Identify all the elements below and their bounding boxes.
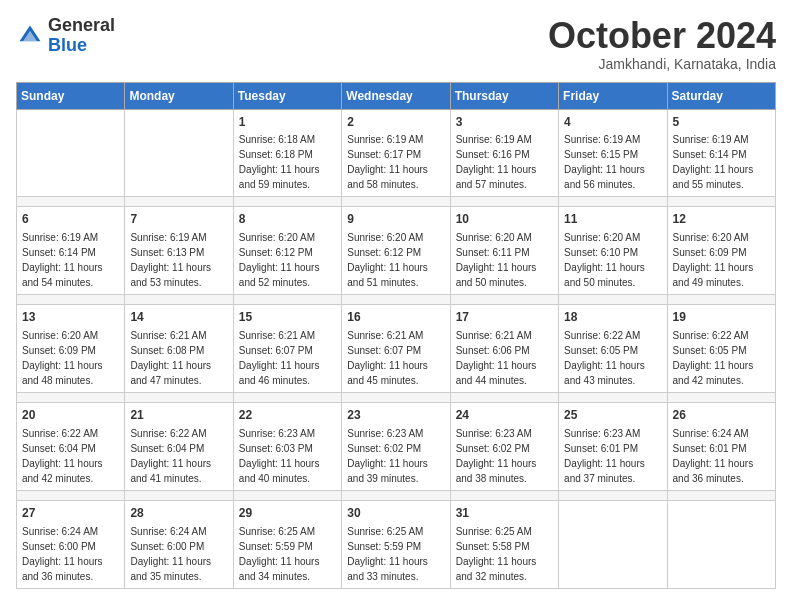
day-info: Sunrise: 6:25 AMSunset: 5:58 PMDaylight:… [456, 526, 537, 582]
day-info: Sunrise: 6:20 AMSunset: 6:10 PMDaylight:… [564, 232, 645, 288]
day-info: Sunrise: 6:20 AMSunset: 6:09 PMDaylight:… [22, 330, 103, 386]
week-row-3: 13Sunrise: 6:20 AMSunset: 6:09 PMDayligh… [17, 305, 776, 393]
calendar-cell: 26Sunrise: 6:24 AMSunset: 6:01 PMDayligh… [667, 402, 775, 490]
day-info: Sunrise: 6:21 AMSunset: 6:08 PMDaylight:… [130, 330, 211, 386]
weekday-header-sunday: Sunday [17, 82, 125, 109]
day-number: 14 [130, 309, 227, 326]
page-header: General Blue October 2024 Jamkhandi, Kar… [16, 16, 776, 72]
calendar-cell: 14Sunrise: 6:21 AMSunset: 6:08 PMDayligh… [125, 305, 233, 393]
weekday-header-wednesday: Wednesday [342, 82, 450, 109]
calendar-cell [667, 500, 775, 588]
week-row-5: 27Sunrise: 6:24 AMSunset: 6:00 PMDayligh… [17, 500, 776, 588]
day-number: 30 [347, 505, 444, 522]
day-info: Sunrise: 6:24 AMSunset: 6:01 PMDaylight:… [673, 428, 754, 484]
weekday-header-saturday: Saturday [667, 82, 775, 109]
calendar-cell: 18Sunrise: 6:22 AMSunset: 6:05 PMDayligh… [559, 305, 667, 393]
logo-general: General [48, 15, 115, 35]
day-info: Sunrise: 6:23 AMSunset: 6:02 PMDaylight:… [456, 428, 537, 484]
calendar-cell: 8Sunrise: 6:20 AMSunset: 6:12 PMDaylight… [233, 207, 341, 295]
day-number: 27 [22, 505, 119, 522]
location: Jamkhandi, Karnataka, India [548, 56, 776, 72]
day-number: 29 [239, 505, 336, 522]
day-info: Sunrise: 6:23 AMSunset: 6:01 PMDaylight:… [564, 428, 645, 484]
week-row-4: 20Sunrise: 6:22 AMSunset: 6:04 PMDayligh… [17, 402, 776, 490]
calendar-cell: 21Sunrise: 6:22 AMSunset: 6:04 PMDayligh… [125, 402, 233, 490]
day-number: 8 [239, 211, 336, 228]
day-number: 9 [347, 211, 444, 228]
week-row-1: 1Sunrise: 6:18 AMSunset: 6:18 PMDaylight… [17, 109, 776, 197]
day-info: Sunrise: 6:19 AMSunset: 6:16 PMDaylight:… [456, 134, 537, 190]
calendar-cell: 15Sunrise: 6:21 AMSunset: 6:07 PMDayligh… [233, 305, 341, 393]
calendar-cell: 28Sunrise: 6:24 AMSunset: 6:00 PMDayligh… [125, 500, 233, 588]
calendar-cell: 19Sunrise: 6:22 AMSunset: 6:05 PMDayligh… [667, 305, 775, 393]
title-block: October 2024 Jamkhandi, Karnataka, India [548, 16, 776, 72]
calendar-cell: 3Sunrise: 6:19 AMSunset: 6:16 PMDaylight… [450, 109, 558, 197]
separator-row [17, 197, 776, 207]
day-info: Sunrise: 6:19 AMSunset: 6:14 PMDaylight:… [22, 232, 103, 288]
day-number: 7 [130, 211, 227, 228]
calendar-cell: 20Sunrise: 6:22 AMSunset: 6:04 PMDayligh… [17, 402, 125, 490]
calendar-cell: 9Sunrise: 6:20 AMSunset: 6:12 PMDaylight… [342, 207, 450, 295]
day-info: Sunrise: 6:20 AMSunset: 6:11 PMDaylight:… [456, 232, 537, 288]
calendar-cell: 2Sunrise: 6:19 AMSunset: 6:17 PMDaylight… [342, 109, 450, 197]
day-info: Sunrise: 6:22 AMSunset: 6:05 PMDaylight:… [673, 330, 754, 386]
day-info: Sunrise: 6:22 AMSunset: 6:04 PMDaylight:… [22, 428, 103, 484]
weekday-header-row: SundayMondayTuesdayWednesdayThursdayFrid… [17, 82, 776, 109]
day-number: 15 [239, 309, 336, 326]
calendar-cell: 23Sunrise: 6:23 AMSunset: 6:02 PMDayligh… [342, 402, 450, 490]
calendar-cell: 13Sunrise: 6:20 AMSunset: 6:09 PMDayligh… [17, 305, 125, 393]
day-number: 23 [347, 407, 444, 424]
day-number: 24 [456, 407, 553, 424]
day-info: Sunrise: 6:23 AMSunset: 6:03 PMDaylight:… [239, 428, 320, 484]
calendar-table: SundayMondayTuesdayWednesdayThursdayFrid… [16, 82, 776, 589]
day-number: 25 [564, 407, 661, 424]
day-number: 20 [22, 407, 119, 424]
day-info: Sunrise: 6:23 AMSunset: 6:02 PMDaylight:… [347, 428, 428, 484]
day-number: 13 [22, 309, 119, 326]
day-number: 18 [564, 309, 661, 326]
day-number: 11 [564, 211, 661, 228]
calendar-cell: 31Sunrise: 6:25 AMSunset: 5:58 PMDayligh… [450, 500, 558, 588]
day-number: 5 [673, 114, 770, 131]
calendar-cell [17, 109, 125, 197]
day-number: 12 [673, 211, 770, 228]
month-title: October 2024 [548, 16, 776, 56]
calendar-cell: 29Sunrise: 6:25 AMSunset: 5:59 PMDayligh… [233, 500, 341, 588]
weekday-header-friday: Friday [559, 82, 667, 109]
day-number: 22 [239, 407, 336, 424]
calendar-cell: 1Sunrise: 6:18 AMSunset: 6:18 PMDaylight… [233, 109, 341, 197]
weekday-header-tuesday: Tuesday [233, 82, 341, 109]
day-number: 4 [564, 114, 661, 131]
day-number: 31 [456, 505, 553, 522]
calendar-cell: 24Sunrise: 6:23 AMSunset: 6:02 PMDayligh… [450, 402, 558, 490]
day-info: Sunrise: 6:25 AMSunset: 5:59 PMDaylight:… [239, 526, 320, 582]
calendar-cell: 10Sunrise: 6:20 AMSunset: 6:11 PMDayligh… [450, 207, 558, 295]
day-info: Sunrise: 6:22 AMSunset: 6:04 PMDaylight:… [130, 428, 211, 484]
day-info: Sunrise: 6:20 AMSunset: 6:12 PMDaylight:… [239, 232, 320, 288]
calendar-cell: 16Sunrise: 6:21 AMSunset: 6:07 PMDayligh… [342, 305, 450, 393]
calendar-cell: 17Sunrise: 6:21 AMSunset: 6:06 PMDayligh… [450, 305, 558, 393]
separator-row [17, 295, 776, 305]
day-info: Sunrise: 6:21 AMSunset: 6:06 PMDaylight:… [456, 330, 537, 386]
week-row-2: 6Sunrise: 6:19 AMSunset: 6:14 PMDaylight… [17, 207, 776, 295]
calendar-cell: 12Sunrise: 6:20 AMSunset: 6:09 PMDayligh… [667, 207, 775, 295]
day-info: Sunrise: 6:18 AMSunset: 6:18 PMDaylight:… [239, 134, 320, 190]
weekday-header-thursday: Thursday [450, 82, 558, 109]
day-number: 26 [673, 407, 770, 424]
calendar-cell: 7Sunrise: 6:19 AMSunset: 6:13 PMDaylight… [125, 207, 233, 295]
day-info: Sunrise: 6:21 AMSunset: 6:07 PMDaylight:… [347, 330, 428, 386]
logo-blue: Blue [48, 35, 87, 55]
day-number: 3 [456, 114, 553, 131]
calendar-cell: 4Sunrise: 6:19 AMSunset: 6:15 PMDaylight… [559, 109, 667, 197]
day-info: Sunrise: 6:20 AMSunset: 6:12 PMDaylight:… [347, 232, 428, 288]
calendar-cell: 27Sunrise: 6:24 AMSunset: 6:00 PMDayligh… [17, 500, 125, 588]
calendar-cell: 11Sunrise: 6:20 AMSunset: 6:10 PMDayligh… [559, 207, 667, 295]
calendar-cell [125, 109, 233, 197]
day-number: 16 [347, 309, 444, 326]
day-info: Sunrise: 6:19 AMSunset: 6:17 PMDaylight:… [347, 134, 428, 190]
calendar-cell: 25Sunrise: 6:23 AMSunset: 6:01 PMDayligh… [559, 402, 667, 490]
day-number: 28 [130, 505, 227, 522]
day-info: Sunrise: 6:22 AMSunset: 6:05 PMDaylight:… [564, 330, 645, 386]
calendar-cell: 5Sunrise: 6:19 AMSunset: 6:14 PMDaylight… [667, 109, 775, 197]
calendar-cell [559, 500, 667, 588]
